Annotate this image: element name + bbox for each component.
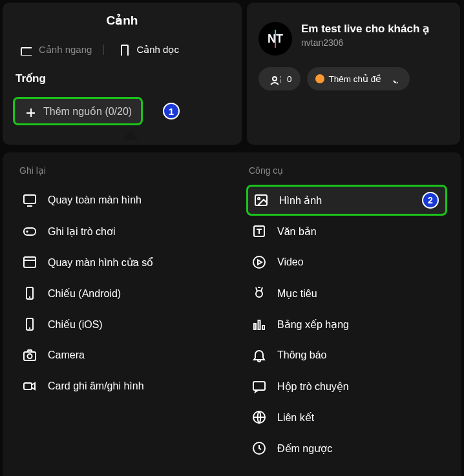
menu-item-label: Quay toàn màn hình: [48, 194, 142, 206]
menu-item-label: Thông báo: [277, 349, 327, 361]
stream-username: nvtan2306: [301, 37, 429, 48]
people-icon: [267, 71, 282, 87]
topic-dot-icon: [315, 74, 324, 83]
chevron-down-icon: [386, 71, 401, 87]
callout-badge-1: 1: [163, 103, 180, 119]
capture-item-phone[interactable]: Chiếu (iOS): [17, 309, 218, 340]
add-source-dropdown: Ghi lại Quay toàn màn hìnhGhi lại trò ch…: [3, 152, 461, 476]
capture-section-title: Ghi lại: [17, 165, 218, 176]
add-source-button[interactable]: Thêm nguồn (0/20): [13, 97, 143, 125]
bell-icon: [251, 347, 267, 363]
menu-item-label: Hình ảnh: [279, 194, 322, 207]
portrait-icon: [116, 42, 131, 57]
add-topic-button[interactable]: Thêm chủ đề: [307, 67, 410, 90]
play-icon: [251, 254, 267, 270]
scene-tabs: Cảnh ngang Cảnh dọc: [13, 42, 231, 57]
callout-badge-2: 2: [422, 192, 439, 209]
tab-landscape-label: Cảnh ngang: [39, 44, 92, 56]
menu-item-label: Camera: [48, 349, 85, 361]
camera-icon: [22, 347, 37, 363]
tools-item-image[interactable]: Hình ảnh2: [246, 185, 447, 216]
menu-item-label: Quay màn hình cửa sổ: [48, 256, 153, 269]
phone-icon: [22, 285, 37, 301]
tools-item-chat[interactable]: Hộp trò chuyện: [246, 371, 447, 402]
image-icon: [253, 192, 269, 208]
tools-item-clock[interactable]: Đếm ngược: [246, 433, 447, 464]
tools-item-play[interactable]: Video: [246, 247, 447, 278]
add-topic-label: Thêm chủ đề: [329, 74, 382, 84]
tab-portrait-label: Cảnh dọc: [136, 44, 179, 56]
menu-item-label: Chiếu (iOS): [48, 318, 103, 331]
clock-icon: [251, 440, 267, 456]
text-icon: [251, 223, 267, 239]
tools-item-bell[interactable]: Thông báo: [246, 340, 447, 371]
tools-item-medal[interactable]: Mục tiêu: [246, 278, 447, 309]
plus-icon: [21, 103, 37, 119]
medal-icon: [251, 285, 267, 301]
capture-item-window[interactable]: Quay màn hình cửa sổ: [17, 247, 218, 278]
phone-icon: [22, 316, 37, 332]
menu-item-label: Card ghi âm/ghi hình: [48, 380, 144, 392]
chart-icon: [251, 316, 267, 332]
viewer-count: 0: [287, 74, 292, 84]
monitor-icon: [22, 192, 37, 208]
tab-divider: [103, 45, 104, 55]
tab-landscape[interactable]: Cảnh ngang: [18, 42, 92, 57]
menu-item-label: Đếm ngược: [277, 442, 332, 455]
tab-portrait[interactable]: Cảnh dọc: [116, 42, 179, 57]
stream-title: Em test live cho khách ạ: [301, 22, 429, 36]
tools-item-globe[interactable]: Liên kết: [246, 402, 447, 433]
viewer-count-pill[interactable]: 0: [258, 67, 301, 90]
landscape-icon: [18, 42, 34, 57]
add-source-label: Thêm nguồn (0/20): [43, 105, 132, 118]
camcorder-icon: [22, 378, 37, 394]
stream-info-panel: NT Em test live cho khách ạ nvtan2306 0 …: [247, 3, 460, 145]
chat-icon: [251, 378, 267, 394]
gamepad-icon: [22, 223, 37, 239]
menu-item-label: Liên kết: [277, 411, 314, 424]
menu-item-label: Video: [277, 256, 304, 268]
dropdown-pointer: [123, 130, 138, 140]
scene-panel-title: Cảnh: [13, 13, 231, 28]
menu-item-label: Mục tiêu: [277, 287, 317, 300]
capture-item-monitor[interactable]: Quay toàn màn hình: [17, 185, 218, 216]
capture-item-gamepad[interactable]: Ghi lại trò chơi: [17, 216, 218, 247]
menu-item-label: Văn bản: [277, 225, 317, 238]
menu-item-label: Bảng xếp hạng: [277, 318, 349, 331]
menu-item-label: Ghi lại trò chơi: [48, 225, 115, 238]
capture-item-phone[interactable]: Chiếu (Android): [17, 278, 218, 309]
scene-panel: Cảnh Cảnh ngang Cảnh dọc Trống Thêm nguồ…: [3, 3, 242, 145]
menu-item-label: Chiếu (Android): [48, 287, 121, 300]
capture-item-camcorder[interactable]: Card ghi âm/ghi hình: [17, 371, 218, 402]
tools-item-chart[interactable]: Bảng xếp hạng: [246, 309, 447, 340]
tools-section-title: Công cụ: [246, 165, 447, 176]
window-icon: [22, 254, 37, 270]
globe-icon: [251, 409, 267, 425]
avatar[interactable]: NT: [258, 22, 292, 56]
tools-item-text[interactable]: Văn bản: [246, 216, 447, 247]
menu-item-label: Hộp trò chuyện: [277, 380, 349, 393]
capture-item-camera[interactable]: Camera: [17, 340, 218, 371]
empty-label: Trống: [13, 72, 231, 85]
